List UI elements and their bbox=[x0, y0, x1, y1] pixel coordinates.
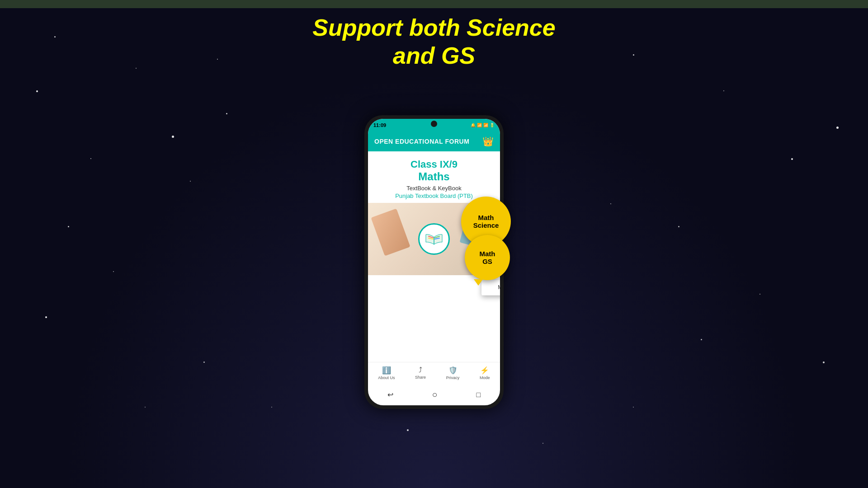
app-header: OPEN EDUCATIONAL FORUM 👑 bbox=[368, 131, 500, 151]
shield-icon: 🛡️ bbox=[448, 366, 458, 375]
back-button[interactable]: ↩ bbox=[387, 390, 393, 399]
app-title: OPEN EDUCATIONAL FORUM bbox=[374, 138, 469, 145]
class-title: Class IX/9 bbox=[373, 159, 495, 170]
home-button[interactable]: ○ bbox=[432, 389, 438, 400]
status-bar: 11:09 🔔 📶 📶 🔋 bbox=[368, 119, 500, 131]
page-title: Support both Science and GS bbox=[0, 14, 868, 70]
bubble-math-gs: Math GS bbox=[465, 235, 510, 280]
share-label: Share bbox=[415, 375, 426, 380]
book-icon-circle[interactable] bbox=[418, 223, 450, 255]
subtitle: TextBook & KeyBook bbox=[373, 185, 495, 192]
crown-icon: 👑 bbox=[482, 136, 494, 147]
alarm-icon: 🔔 bbox=[471, 123, 476, 127]
status-icons: 🔔 📶 📶 🔋 bbox=[471, 123, 495, 127]
info-icon: ℹ️ bbox=[382, 366, 391, 375]
phone-bottom-nav: ↩ ○ □ bbox=[368, 389, 500, 400]
camera-notch bbox=[431, 121, 437, 127]
share-icon: ⤴ bbox=[419, 366, 422, 374]
nav-share[interactable]: ⤴ Share bbox=[415, 366, 426, 380]
bubble-math-gs-text: Math GS bbox=[480, 250, 495, 265]
about-us-label: About Us bbox=[378, 375, 395, 380]
wifi-icon: 📶 bbox=[483, 123, 488, 127]
status-time: 11:09 bbox=[373, 122, 386, 128]
bubble-math-science-text: Math Science bbox=[473, 214, 499, 229]
privacy-label: Privacy bbox=[446, 375, 460, 380]
recent-button[interactable]: □ bbox=[476, 391, 481, 399]
subject-title: Maths bbox=[373, 170, 495, 183]
mode-label: Mode bbox=[480, 375, 490, 380]
top-bar bbox=[0, 0, 868, 8]
battery-icon: 🔋 bbox=[490, 123, 495, 127]
signal-icon: 📶 bbox=[477, 123, 482, 127]
bottom-nav: ℹ️ About Us ⤴ Share 🛡️ Privacy ⚡ Mode bbox=[368, 362, 500, 383]
nav-about-us[interactable]: ℹ️ About Us bbox=[378, 366, 395, 380]
mode-icon: ⚡ bbox=[480, 366, 489, 375]
nav-privacy[interactable]: 🛡️ Privacy bbox=[446, 366, 460, 380]
nav-mode[interactable]: ⚡ Mode bbox=[480, 366, 490, 380]
dropdown-item-math-gs[interactable]: Math GS bbox=[481, 280, 500, 296]
